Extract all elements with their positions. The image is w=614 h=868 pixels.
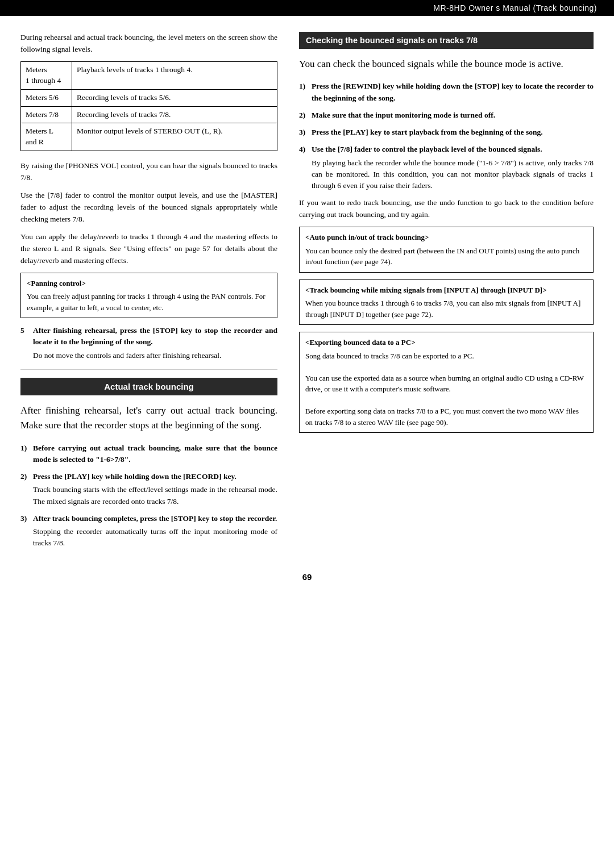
step-content: After track bouncing completes, press th… [33,513,277,549]
step-bold: Press the [PLAY] key while holding down … [33,472,237,481]
actual-bouncing-steps: 1) Before carrying out actual track boun… [20,443,277,549]
table-row: Meters Land R Monitor output levels of S… [21,123,277,151]
right-list-item-3: 3) Press the [PLAY] key to start playbac… [299,127,594,138]
auto-punch-note: <Auto punch in/out of track bouncing> Yo… [299,227,594,273]
right-list-item-4: 4) Use the [7/8] fader to control the pl… [299,144,594,191]
step-sub: Stopping the recorder automatically turn… [33,526,277,549]
table-cell-value: Playback levels of tracks 1 through 4. [72,61,277,89]
list-item-5: 5 After finishing rehearsal, press the [… [20,325,277,361]
table-row: Meters 5/6 Recording levels of tracks 5/… [21,89,277,106]
auto-punch-text: You can bounce only the desired part (be… [305,247,579,266]
track-bouncing-mixing-title: <Track bouncing while mixing signals fro… [305,285,587,296]
table-row: Meters 7/8 Recording levels of tracks 7/… [21,106,277,123]
header-bar: MR-8HD Owner s Manual (Track bouncing) [0,0,614,16]
table-cell-label: Meters 7/8 [21,106,72,123]
right-step-bold: Press the [REWIND] key while holding dow… [312,82,594,102]
signal-level-table: Meters1 through 4 Playback levels of tra… [20,61,277,151]
list-item-1: 1) Before carrying out actual track boun… [20,443,277,466]
step-num: 2) [20,471,33,507]
step-num: 3) [20,513,33,549]
right-step-num: 4) [299,144,312,191]
track-bouncing-mixing-text: When you bounce tracks 1 through 6 to tr… [305,299,580,319]
actual-bouncing-intro: After finishing rehearsal, let's carry o… [20,403,277,433]
right-steps-list: 1) Press the [REWIND] key while holding … [299,81,594,191]
content-area: During rehearsal and actual track bounci… [0,16,614,566]
right-step-bold: Use the [7/8] fader to control the playb… [312,145,542,153]
undo-text: If you want to redo track bouncing, use … [299,197,594,221]
table-cell-value: Recording levels of tracks 5/6. [72,89,277,106]
page: MR-8HD Owner s Manual (Track bouncing) D… [0,0,614,868]
intro-text: During rehearsal and actual track bounci… [20,32,277,56]
header-title: MR-8HD Owner s Manual (Track bouncing) [433,3,597,12]
table-row: Meters1 through 4 Playback levels of tra… [21,61,277,89]
step5-sub: Do not move the controls and faders afte… [33,350,277,361]
table-cell-label: Meters1 through 4 [21,61,72,89]
right-step-num: 1) [299,81,312,104]
page-number: 69 [0,566,614,593]
step5-bold: After finishing rehearsal, press the [ST… [33,326,277,346]
right-step-content: Use the [7/8] fader to control the playb… [312,144,594,191]
right-section-heading: Checking the bounced signals on tracks 7… [299,32,594,49]
table-cell-value: Recording levels of tracks 7/8. [72,106,277,123]
exporting-note: <Exporting bounced data to a PC> Song da… [299,332,594,433]
panning-control-note: <Panning control> You can freely adjust … [20,273,277,319]
table-cell-value: Monitor output levels of STEREO OUT (L, … [72,123,277,151]
track-bouncing-mixing-note: <Track bouncing while mixing signals fro… [299,279,594,326]
step5-num: 5 [20,325,33,361]
panning-control-title: <Panning control> [27,278,271,289]
right-list-item-1: 1) Press the [REWIND] key while holding … [299,81,594,104]
list-item-3: 3) After track bouncing completes, press… [20,513,277,549]
para-fader: Use the [7/8] fader to control the monit… [20,190,277,226]
step5-list: 5 After finishing rehearsal, press the [… [20,325,277,361]
table-cell-label: Meters 5/6 [21,89,72,106]
right-step-content: Make sure that the input monitoring mode… [312,110,594,121]
divider [20,369,277,370]
right-step-content: Press the [PLAY] key to start playback f… [312,127,594,138]
right-section-intro: You can check the bounced signals while … [299,57,594,72]
step-content: Before carrying out actual track bouncin… [33,443,277,466]
step-num: 1) [20,443,33,466]
panning-control-text: You can freely adjust panning for tracks… [27,292,265,312]
left-column: During rehearsal and actual track bounci… [20,32,293,555]
para-effects: You can apply the delay/reverb to tracks… [20,231,277,267]
step-sub: Track bouncing starts with the effect/le… [33,484,277,507]
step5-content: After finishing rehearsal, press the [ST… [33,325,277,361]
right-step-content: Press the [REWIND] key while holding dow… [312,81,594,104]
right-step-num: 2) [299,110,312,121]
actual-bouncing-heading: Actual track bouncing [20,378,277,395]
table-cell-label: Meters Land R [21,123,72,151]
step-bold: Before carrying out actual track bouncin… [33,444,277,464]
right-step-bold: Press the [PLAY] key to start playback f… [312,128,543,136]
list-item-2: 2) Press the [PLAY] key while holding do… [20,471,277,507]
right-step-sub: By playing back the recorder while the b… [312,157,594,192]
step-bold: After track bouncing completes, press th… [33,514,277,523]
exporting-text: Song data bounced to tracks 7/8 can be e… [305,352,584,427]
exporting-title: <Exporting bounced data to a PC> [305,337,587,348]
right-list-item-2: 2) Make sure that the input monitoring m… [299,110,594,121]
right-column: Checking the bounced signals on tracks 7… [293,32,594,555]
right-step-bold: Make sure that the input monitoring mode… [312,111,495,119]
step-content: Press the [PLAY] key while holding down … [33,471,277,507]
para-phones-vol: By raising the [PHONES VOL] control, you… [20,160,277,184]
right-step-num: 3) [299,127,312,138]
auto-punch-title: <Auto punch in/out of track bouncing> [305,232,587,243]
